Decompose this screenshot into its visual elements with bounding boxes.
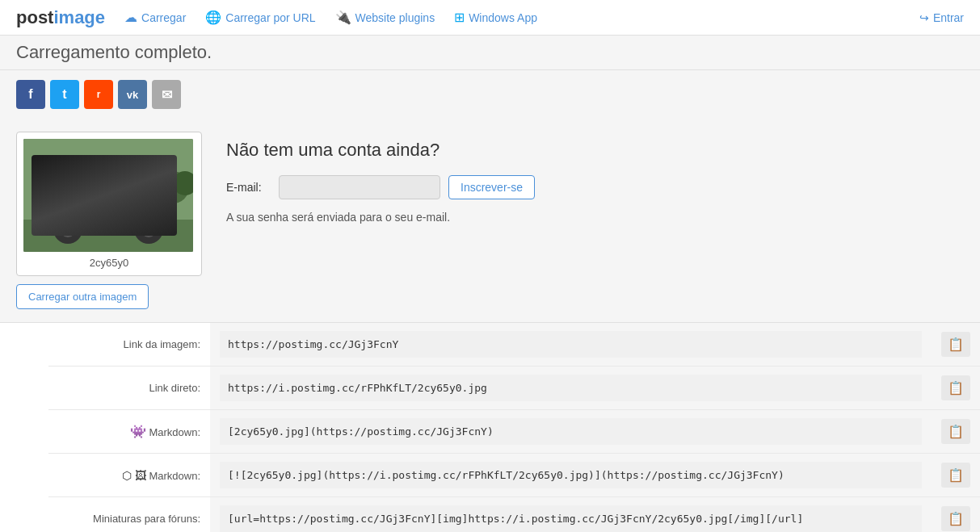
windows-icon: ⊞	[454, 10, 465, 25]
upload-icon: ☁	[124, 10, 137, 25]
password-note: A sua senha será enviada para o seu e-ma…	[226, 211, 964, 224]
reddit-icon: 👾	[130, 425, 146, 438]
links-table: Link da imagem: 📋 Link direto: 📋	[48, 323, 980, 532]
globe-icon: 🌐	[205, 10, 221, 25]
markdown-github-value-cell	[210, 454, 932, 497]
link-direto-copy-button[interactable]: 📋	[941, 375, 970, 400]
markdown-reddit-copy-cell: 📋	[932, 410, 980, 454]
entrar-link[interactable]: ↪ Entrar	[919, 11, 964, 24]
nav-plugins-label: Website plugins	[355, 11, 435, 24]
link-direto-copy-cell: 📋	[932, 367, 980, 410]
miniaturas-foruns-label: Miniaturas para fóruns:	[48, 497, 210, 533]
markdown-reddit-input[interactable]	[220, 418, 922, 445]
svg-point-13	[173, 171, 193, 195]
miniaturas-foruns-value-cell	[210, 497, 932, 533]
nav-upload[interactable]: ☁ Carregar	[124, 10, 186, 25]
markdown-reddit-value-cell	[210, 410, 932, 454]
upload-another-button[interactable]: Carregar outra imagem	[16, 284, 149, 309]
table-row: Link da imagem: 📋	[48, 323, 980, 367]
link-imagem-copy-cell: 📋	[932, 323, 980, 367]
nav-windows-app[interactable]: ⊞ Windows App	[454, 10, 537, 25]
inscreverse-button[interactable]: Inscrever-se	[448, 175, 535, 199]
link-imagem-input[interactable]	[220, 331, 922, 358]
markdown-github-copy-cell: 📋	[932, 454, 980, 497]
svg-point-8	[134, 215, 163, 244]
image-preview	[23, 139, 193, 252]
facebook-share-button[interactable]: f	[16, 80, 45, 109]
register-heading: Não tem uma conta ainda?	[226, 140, 964, 161]
link-direto-input[interactable]	[220, 375, 922, 401]
svg-rect-0	[23, 139, 193, 252]
links-section: Link da imagem: 📋 Link direto: 📋	[0, 323, 980, 532]
svg-point-9	[141, 221, 157, 237]
github-icon: ⬡	[122, 469, 132, 482]
miniaturas-foruns-copy-button[interactable]: 📋	[941, 506, 970, 531]
table-row: Miniaturas para fóruns: 📋	[48, 497, 980, 533]
table-row: ⬡ 🖼 Markdown: 📋	[48, 454, 980, 497]
markdown-reddit-label: 👾 Markdown:	[48, 410, 210, 454]
email-label: E-mail:	[226, 181, 271, 194]
miniaturas-foruns-input[interactable]	[220, 505, 922, 532]
image-card-container: 2cy65y0 Carregar outra imagem	[16, 132, 202, 309]
img-icon: 🖼	[135, 469, 146, 482]
main-content: 2cy65y0 Carregar outra imagem Não tem um…	[0, 119, 980, 323]
link-imagem-copy-button[interactable]: 📋	[941, 332, 970, 357]
logo[interactable]: postimage	[16, 7, 105, 28]
car-image-svg	[23, 139, 193, 252]
link-direto-label: Link direto:	[48, 367, 210, 410]
nav-windows-label: Windows App	[469, 11, 537, 24]
entrar-icon: ↪	[919, 11, 929, 24]
svg-rect-11	[38, 197, 48, 203]
page-title: Carregamento completo.	[16, 42, 964, 63]
page-title-bar: Carregamento completo.	[0, 36, 980, 70]
entrar-label: Entrar	[933, 11, 964, 24]
nav-upload-url-label: Carregar por URL	[225, 11, 315, 24]
table-row: Link direto: 📋	[48, 367, 980, 410]
email-input[interactable]	[279, 175, 440, 199]
upload-another-container: Carregar outra imagem	[16, 284, 202, 309]
email-row: E-mail: Inscrever-se	[226, 175, 964, 199]
markdown-github-copy-button[interactable]: 📋	[941, 463, 970, 488]
image-filename: 2cy65y0	[23, 257, 195, 269]
twitter-share-button[interactable]: t	[50, 80, 79, 109]
svg-point-5	[53, 215, 82, 244]
register-section: Não tem uma conta ainda? E-mail: Inscrev…	[226, 132, 964, 309]
link-direto-value-cell	[210, 367, 932, 410]
header: postimage ☁ Carregar 🌐 Carregar por URL …	[0, 0, 980, 36]
reddit-share-button[interactable]: r	[84, 80, 113, 109]
markdown-github-input[interactable]	[220, 462, 922, 488]
markdown-reddit-copy-button[interactable]: 📋	[941, 419, 970, 444]
miniaturas-foruns-copy-cell: 📋	[932, 497, 980, 533]
svg-rect-1	[23, 220, 193, 252]
svg-rect-2	[40, 191, 177, 228]
nav-upload-label: Carregar	[141, 11, 186, 24]
header-right: ↪ Entrar	[919, 11, 964, 24]
nav-plugins[interactable]: 🔌 Website plugins	[335, 10, 435, 25]
nav-upload-url[interactable]: 🌐 Carregar por URL	[205, 10, 315, 25]
logo-image: image	[53, 7, 105, 27]
image-card: 2cy65y0	[16, 132, 202, 276]
social-bar: f t r vk ✉	[0, 70, 980, 119]
logo-post: post	[16, 7, 53, 27]
link-imagem-value-cell	[210, 323, 932, 367]
plugin-icon: 🔌	[335, 10, 351, 25]
vk-share-button[interactable]: vk	[118, 80, 147, 109]
table-row: 👾 Markdown: 📋	[48, 410, 980, 454]
svg-rect-3	[88, 174, 112, 189]
svg-point-10	[145, 226, 152, 232]
svg-point-7	[65, 226, 71, 232]
svg-rect-4	[116, 174, 137, 189]
link-imagem-label: Link da imagem:	[48, 323, 210, 367]
svg-point-6	[60, 221, 76, 237]
markdown-github-label: ⬡ 🖼 Markdown:	[48, 454, 210, 497]
email-share-button[interactable]: ✉	[152, 80, 181, 109]
